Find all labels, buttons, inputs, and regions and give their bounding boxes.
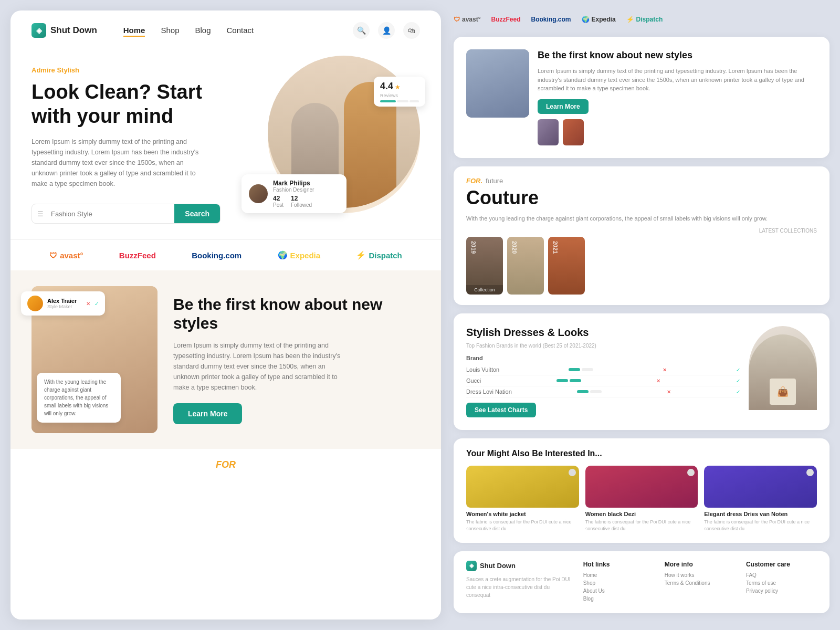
brand-buzzfeed: BuzzFeed (119, 251, 156, 260)
products-grid: Women's white jacket The fabric is conse… (466, 466, 817, 532)
navbar: ◈ Shut Down Home Shop Blog Contact 🔍 👤 🛍 (10, 10, 441, 50)
for-text: FOR. (466, 177, 482, 185)
brand-check-1[interactable]: ✓ (736, 367, 740, 373)
rating-star: ★ (395, 83, 401, 91)
search-icon[interactable]: 🔍 (353, 22, 370, 39)
product-desc-1: The fabric is consequat for the Poi DUI … (466, 519, 579, 532)
for-section: FOR (10, 449, 441, 481)
product-card-1[interactable]: Women's white jacket The fabric is conse… (466, 466, 579, 532)
dispatch-mini-icon: ⚡ (626, 16, 634, 23)
product-name-2: Women black Dezi (585, 511, 698, 517)
search-input[interactable] (49, 205, 174, 223)
hot-link-about[interactable]: About Us (583, 588, 654, 594)
brand-x-2[interactable]: ✕ (656, 378, 660, 384)
brand-x-3[interactable]: ✕ (667, 389, 671, 395)
dresses-accessory: 👜 (770, 379, 796, 405)
nav-link-shop[interactable]: Shop (161, 26, 179, 35)
user-icon[interactable]: 👤 (378, 22, 395, 39)
logo[interactable]: ◈ Shut Down (32, 23, 97, 38)
nav-link-contact[interactable]: Contact (227, 26, 254, 35)
dresses-subtitle: Top Fashion Brands in the world (Best 25… (466, 343, 740, 349)
section2-text-card: With the young leading the charge agains… (37, 373, 121, 423)
brand-booking: Booking.com (192, 251, 242, 260)
brand-name-3: Dress Lovi Nation (466, 388, 512, 395)
cart-icon[interactable]: 🛍 (403, 22, 420, 39)
hot-link-blog[interactable]: Blog (583, 596, 654, 602)
coll-label-2019: Collection (466, 285, 503, 295)
know-styles-heading: Be the first know about new styles (538, 49, 817, 61)
section2-content: Be the first know about new styles Lorem… (173, 295, 420, 424)
top-brand-buzzfeed: BuzzFeed (491, 16, 521, 23)
customer-care-3[interactable]: Privacy policy (746, 588, 817, 594)
brand-row-2: Gucci ✕ ✓ (466, 375, 740, 386)
hero-description: Lorem Ipsum is simply dummy text of the … (32, 136, 210, 189)
footer-brand: ◈ Shut Down Sauces a crete augmentation … (466, 561, 573, 604)
notification-card: Alex Traier Style Maker ✕ ✓ (21, 291, 105, 316)
customer-care-1[interactable]: FAQ (746, 572, 817, 578)
product-dot-1 (569, 469, 576, 476)
more-info-1[interactable]: How it works (665, 572, 736, 578)
product-img-1 (466, 466, 579, 508)
product-card-2[interactable]: Women black Dezi The fabric is consequat… (585, 466, 698, 532)
rating-card: 4.4 ★ Reviews (374, 77, 425, 107)
hot-link-home[interactable]: Home (583, 572, 654, 578)
nav-item-shop[interactable]: Shop (161, 26, 179, 35)
see-latest-btn[interactable]: See Latest Charts (466, 403, 536, 417)
right-panel: 🛡 avast° BuzzFeed Booking.com 🌍 Expedia … (454, 10, 830, 620)
designer-role: Fashion Designer (273, 187, 314, 193)
section2-heading: Be the first know about new styles (173, 295, 420, 333)
nav-item-home[interactable]: Home (123, 26, 145, 35)
designer-info: Mark Philips Fashion Designer 42 Post 12… (273, 180, 314, 208)
know-styles-image (466, 49, 529, 118)
search-button[interactable]: Search (174, 204, 220, 223)
product-name-3: Elegant dress Dries van Noten (704, 511, 817, 517)
expedia-icon: 🌍 (278, 250, 288, 260)
footer-section: ◈ Shut Down Sauces a crete augmentation … (454, 551, 830, 613)
brand-check-2[interactable]: ✓ (736, 378, 740, 384)
for-label: FOR (216, 459, 236, 470)
notif-close-icon[interactable]: ✕ (86, 301, 90, 307)
rating-bars (380, 100, 419, 102)
more-info-title: More info (665, 561, 736, 568)
product-card-3[interactable]: Elegant dress Dries van Noten The fabric… (704, 466, 817, 532)
collection-2021[interactable]: 2021 (548, 237, 585, 295)
future-text: future (486, 177, 503, 185)
nav-item-blog[interactable]: Blog (195, 26, 211, 35)
couture-text: With the young leading the charge agains… (466, 214, 817, 295)
learn-more-button[interactable]: Learn More (173, 403, 242, 424)
collection-2020[interactable]: 2020 (507, 237, 544, 295)
know-styles-content: Be the first know about new styles Lorem… (538, 49, 817, 145)
notif-role: Style Maker (47, 304, 77, 309)
interested-title: Your Might Also Be Interested In... (466, 449, 817, 458)
dresses-card: Stylish Dresses & Looks Top Fashion Bran… (454, 313, 830, 430)
dispatch-icon: ⚡ (356, 250, 366, 260)
bar-3 (577, 390, 602, 393)
top-brand-booking: Booking.com (531, 16, 571, 23)
nav-links: Home Shop Blog Contact (123, 26, 254, 35)
product-name-1: Women's white jacket (466, 511, 579, 517)
dresses-card-inner: Stylish Dresses & Looks Top Fashion Bran… (466, 326, 817, 417)
more-info-2[interactable]: Terms & Conditions (665, 580, 736, 586)
hero-right: 4.4 ★ Reviews Mark Philips Fashion Desig… (252, 56, 420, 224)
brand-column-label: Brand (466, 355, 740, 361)
avast-mini-icon: 🛡 (454, 16, 460, 23)
small-img-row (538, 119, 817, 145)
brand-x-1[interactable]: ✕ (663, 367, 667, 373)
collection-2019[interactable]: 2019 Collection (466, 237, 503, 295)
brand-avast: 🛡 avast° (49, 251, 83, 260)
brand-expedia: 🌍 Expedia (278, 250, 321, 260)
nav-link-home[interactable]: Home (123, 26, 145, 37)
section2-description: Lorem Ipsum is simply dummy text of the … (173, 340, 341, 393)
designer-stats: 42 Post 12 Followed (273, 195, 314, 208)
hot-link-shop[interactable]: Shop (583, 580, 654, 586)
customer-care-2[interactable]: Terms of use (746, 580, 817, 586)
know-styles-btn[interactable]: Learn More (538, 99, 589, 114)
couture-description: With the young leading the charge agains… (466, 214, 817, 223)
brand-check-3[interactable]: ✓ (736, 389, 740, 395)
nav-link-blog[interactable]: Blog (195, 26, 211, 35)
latest-collections-label: LATEST COLLECTIONS (466, 228, 817, 234)
couture-card: FOR. future Couture With the young leadi… (454, 166, 830, 306)
product-dot-2 (687, 469, 695, 476)
nav-item-contact[interactable]: Contact (227, 26, 254, 35)
notif-check-icon[interactable]: ✓ (94, 301, 99, 307)
